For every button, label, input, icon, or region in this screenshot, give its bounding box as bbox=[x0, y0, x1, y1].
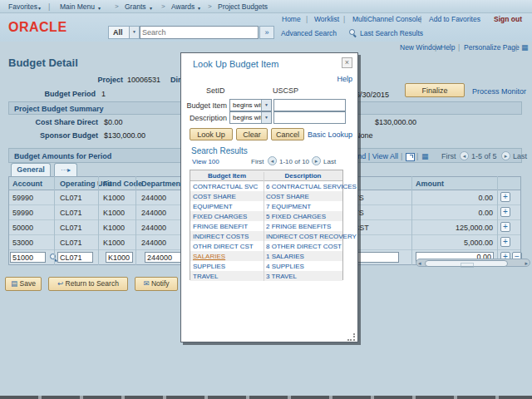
paging-last-label[interactable]: Last bbox=[513, 152, 527, 160]
search-scope-dropdown[interactable]: All ▼ bbox=[108, 26, 140, 39]
column-divider bbox=[497, 176, 498, 265]
fund-code-input[interactable] bbox=[106, 252, 133, 263]
oracle-logo: ORACLE bbox=[8, 20, 67, 35]
tab-general[interactable]: General bbox=[11, 163, 51, 176]
modal-help-link[interactable]: Help bbox=[336, 75, 352, 83]
divider bbox=[264, 241, 264, 251]
lookup-modal: Look Up Budget Item × Help SetID USCSP B… bbox=[180, 52, 358, 342]
operating-unit-input[interactable] bbox=[57, 252, 93, 263]
scroll-left-icon[interactable]: ◂ bbox=[418, 259, 421, 268]
basic-lookup-link[interactable]: Basic Lookup bbox=[308, 131, 352, 139]
result-budget-item-link[interactable]: INDIRECT COSTS bbox=[193, 233, 249, 240]
project-label: Project bbox=[81, 76, 123, 84]
result-description-link[interactable]: 4 SUPPLIES bbox=[266, 263, 304, 270]
result-budget-item-link[interactable]: SALARIES bbox=[193, 253, 225, 260]
result-budget-item-link[interactable]: FRINGE BENEFIT bbox=[193, 223, 248, 230]
result-description-link[interactable]: 8 OTHER DIRECT COST bbox=[266, 243, 342, 250]
chevron-down-icon: ▾ bbox=[198, 5, 200, 11]
result-description-link[interactable]: 7 EQUIPMENT bbox=[266, 203, 311, 210]
result-budget-item-link[interactable]: TRAVEL bbox=[193, 273, 219, 280]
view-100-link[interactable]: View 100 bbox=[192, 158, 219, 165]
process-monitor-link[interactable]: Process Monitor bbox=[472, 87, 526, 96]
finalize-button[interactable]: Finalize bbox=[405, 83, 465, 97]
budget-item-filter-input[interactable] bbox=[273, 99, 346, 111]
separator: | bbox=[343, 15, 345, 23]
result-budget-item-link[interactable]: EQUIPMENT bbox=[193, 203, 233, 210]
result-description-link[interactable]: 3 TRAVEL bbox=[266, 273, 297, 280]
result-description-link[interactable]: COST SHARE bbox=[266, 193, 309, 200]
add-row-button[interactable]: + bbox=[500, 207, 510, 217]
multichannel-console-link[interactable]: MultiChannel Console bbox=[352, 15, 421, 23]
look-up-button[interactable]: Look Up bbox=[190, 128, 233, 140]
return-icon: ↩ bbox=[57, 279, 63, 288]
paging-last-label[interactable]: Last bbox=[323, 158, 336, 165]
result-budget-item-link[interactable]: SUPPLIES bbox=[193, 263, 225, 270]
resize-handle[interactable] bbox=[347, 333, 355, 341]
save-icon: ▤ bbox=[11, 279, 17, 288]
add-row-button[interactable]: + bbox=[500, 192, 510, 202]
add-row-button[interactable]: + bbox=[500, 237, 510, 247]
save-button[interactable]: ▤ Save bbox=[5, 277, 42, 291]
application-window: Favorites ▾ | Main Menu ▾ > Grants ▾ > A… bbox=[0, 0, 532, 399]
dropdown-arrow-icon[interactable]: ▼ bbox=[261, 112, 271, 123]
result-description-link[interactable]: 2 FRINGE BENEFITS bbox=[266, 223, 331, 230]
scrollbar-grip bbox=[461, 263, 474, 268]
cell-fund-code: K1000 bbox=[103, 239, 125, 247]
add-row-button[interactable]: + bbox=[500, 222, 510, 232]
return-to-search-button[interactable]: ↩ Return to Search bbox=[48, 277, 128, 291]
breadcrumb-awards[interactable]: Awards bbox=[171, 2, 195, 11]
dropdown-arrow-icon[interactable]: ▼ bbox=[261, 100, 271, 111]
advanced-search-link[interactable]: Advanced Search bbox=[281, 29, 337, 37]
account-input[interactable] bbox=[10, 252, 46, 263]
result-row: CONTRACTUAL SVC6 CONTRACTUAL SERVICES bbox=[190, 181, 342, 191]
budget-item-operator-select[interactable]: begins with ▼ bbox=[229, 99, 272, 111]
divider bbox=[264, 181, 264, 191]
grid-icon[interactable]: ▦ bbox=[521, 43, 529, 52]
home-link[interactable]: Home bbox=[282, 15, 301, 23]
close-icon[interactable]: × bbox=[342, 57, 352, 68]
breadcrumb-main-menu[interactable]: Main Menu bbox=[60, 2, 95, 11]
page-next-icon[interactable]: ▸ bbox=[501, 151, 510, 160]
notify-icon: ✉ bbox=[143, 279, 149, 288]
tab-expand-icon[interactable]: ···▸ bbox=[54, 163, 77, 176]
notify-button[interactable]: ✉ Notify bbox=[135, 277, 178, 291]
page-previous-icon[interactable]: ◂ bbox=[460, 151, 469, 160]
worklist-link[interactable]: Worklist bbox=[314, 15, 339, 23]
add-to-favorites-link[interactable]: Add to Favorites bbox=[429, 15, 480, 23]
result-budget-item-link[interactable]: CONTRACTUAL SVC bbox=[193, 183, 258, 190]
popout-icon[interactable] bbox=[406, 153, 415, 161]
result-description-link[interactable]: 5 FIXED CHARGES bbox=[266, 213, 326, 220]
page-previous-icon[interactable]: ◂ bbox=[268, 156, 277, 165]
cell-department: 244000 bbox=[141, 239, 166, 247]
search-results-title: Search Results bbox=[191, 146, 248, 155]
search-go-button[interactable]: » bbox=[259, 26, 274, 39]
horizontal-scrollbar[interactable]: ◂ ▸ bbox=[416, 259, 530, 267]
result-description-link[interactable]: 6 CONTRACTUAL SERVICES bbox=[266, 183, 357, 190]
help-link[interactable]: Help bbox=[441, 43, 455, 52]
download-grid-icon[interactable]: ▦ bbox=[421, 152, 429, 160]
cell-account: 53000 bbox=[12, 239, 33, 247]
clear-button[interactable]: Clear bbox=[236, 128, 268, 140]
dropdown-arrow-icon[interactable]: ▼ bbox=[129, 27, 139, 38]
search-input[interactable] bbox=[140, 26, 259, 39]
scrollbar-thumb[interactable] bbox=[425, 260, 508, 267]
last-search-results-link[interactable]: Last Search Results bbox=[360, 29, 423, 37]
sign-out-link[interactable]: Sign out bbox=[494, 15, 522, 23]
page-next-icon[interactable]: ▸ bbox=[312, 156, 321, 165]
result-description-link[interactable]: INDIRECT COST RECOVERY bbox=[266, 233, 357, 240]
separator: | bbox=[435, 43, 436, 52]
result-budget-item-link[interactable]: COST SHARE bbox=[193, 193, 236, 200]
breadcrumb-favorites[interactable]: Favorites bbox=[8, 2, 37, 11]
cancel-button[interactable]: Cancel bbox=[271, 128, 304, 140]
description-filter-input[interactable] bbox=[273, 111, 346, 124]
paging-first-label[interactable]: First bbox=[251, 158, 264, 165]
result-description-link[interactable]: 1 SALARIES bbox=[266, 253, 304, 260]
result-budget-item-link[interactable]: FIXED CHARGES bbox=[193, 213, 247, 220]
breadcrumb-grants[interactable]: Grants bbox=[125, 2, 146, 11]
paging-first-label[interactable]: First bbox=[441, 152, 456, 160]
personalize-page-link[interactable]: Personalize Page bbox=[464, 43, 520, 52]
results-col-budget-item: Budget Item bbox=[190, 172, 264, 180]
result-budget-item-link[interactable]: OTHR DIRECT CST bbox=[193, 243, 254, 250]
scroll-right-icon[interactable]: ▸ bbox=[525, 259, 528, 268]
description-operator-select[interactable]: begins with ▼ bbox=[229, 111, 272, 124]
